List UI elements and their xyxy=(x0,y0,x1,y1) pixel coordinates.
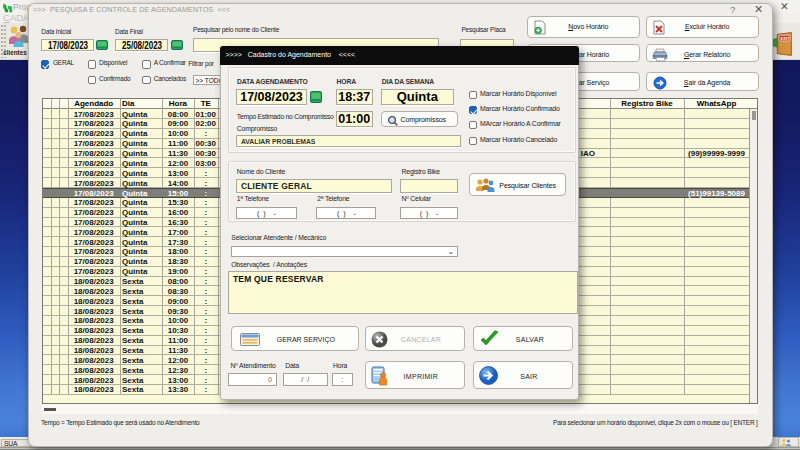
svg-text:EXIT: EXIT xyxy=(780,36,789,41)
